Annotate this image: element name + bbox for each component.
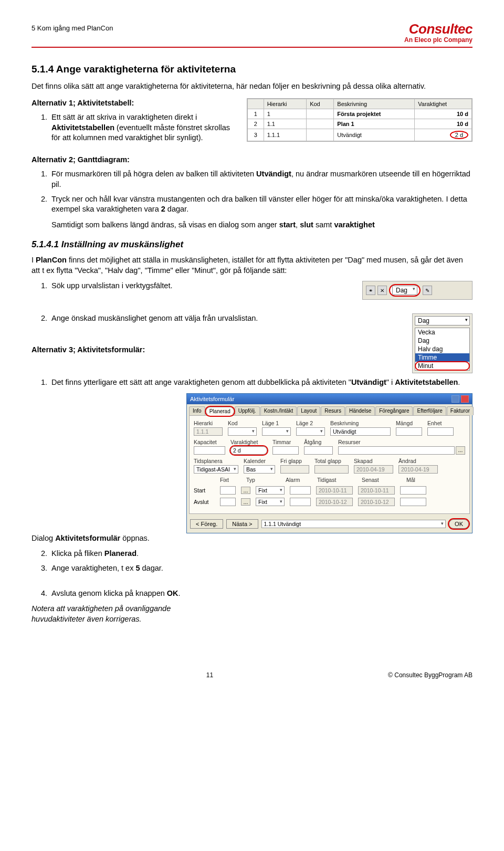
p2: I PlanCon finns det möjlighet att ställa…: [32, 255, 472, 276]
tab-info[interactable]: Info: [189, 406, 205, 415]
col-hierarki: Hierarki: [264, 99, 307, 109]
inp-avslut-mal[interactable]: [400, 498, 426, 506]
browse-button[interactable]: ...: [241, 487, 250, 494]
inp-tidsplanera[interactable]: Tidigast-ASAI: [194, 465, 238, 474]
page-number: 11: [206, 671, 213, 679]
lbl-varaktighet: Varaktighet: [230, 439, 267, 445]
ok-button-highlighted[interactable]: OK: [449, 519, 469, 529]
dialog-step3: Ange varaktigheten, t ex 5 dagar.: [49, 563, 194, 574]
inp-kalender[interactable]: Bas: [244, 465, 275, 474]
browse-button[interactable]: ...: [456, 446, 465, 455]
inp-avslut-typ[interactable]: Fixt: [256, 498, 285, 506]
dialog-step4: Avsluta genom klicka på knappen OK.: [49, 589, 194, 599]
lbl-tidigast: Tidigast: [317, 477, 356, 483]
inp-totalglapp: [314, 465, 349, 474]
close-icon[interactable]: [461, 395, 469, 403]
dd-opt[interactable]: Dag: [415, 337, 469, 345]
inp-start-senast: 2010-10-11: [358, 486, 395, 495]
dd-opt-highlighted[interactable]: Timme: [415, 353, 469, 362]
page-header: 5 Kom igång med PlanCon Consultec An Ele…: [32, 21, 472, 48]
dialog-opens: Dialog Aktivitetsformulär öppnas.: [32, 533, 194, 544]
inp-atgang[interactable]: [304, 446, 333, 455]
inp-mangd[interactable]: [396, 427, 422, 436]
dialog-tabs: Info Planerad Uppfölj. Kostn./Intäkt Lay…: [187, 404, 472, 415]
lbl-tidsplanera: Tidsplanera: [194, 458, 238, 464]
dd-opt-circled[interactable]: Minut: [415, 362, 469, 370]
screenshot-dialog-aktivitetsformular: Aktivitetsformulär Info Planerad Uppfölj…: [186, 393, 472, 533]
logo: Consultec An Eleco plc Company: [404, 21, 472, 44]
dialog-step2: Klicka på fliken Planerad.: [49, 549, 194, 559]
sensitivity-select-highlighted[interactable]: Dag: [389, 284, 421, 297]
nav-select[interactable]: 1.1.1 Utvändigt: [261, 520, 446, 528]
lbl-typ: Typ: [246, 477, 280, 483]
lbl-lage2: Läge 2: [296, 420, 325, 426]
inp-lage1[interactable]: [262, 427, 291, 436]
tab-efterfoljare[interactable]: Efterföljare: [413, 406, 446, 415]
lbl-atgang: Åtgång: [304, 439, 333, 445]
prev-button[interactable]: < Föreg.: [190, 519, 223, 529]
lbl-timmar: Timmar: [272, 439, 299, 445]
screenshot-dropdown: Dag Vecka Dag Halv dag Timme Minut: [412, 313, 472, 373]
tab-uppfolj[interactable]: Uppfölj.: [235, 406, 260, 415]
inp-timmar[interactable]: [272, 446, 299, 455]
header-left: 5 Kom igång med PlanCon: [32, 21, 113, 32]
tab-planerad-highlighted[interactable]: Planerad: [206, 407, 234, 416]
inp-kapacitet[interactable]: [194, 446, 225, 455]
tab-foregangare[interactable]: Föregångare: [375, 406, 413, 415]
tab-layout[interactable]: Layout: [297, 406, 320, 415]
lbl-mal: Mål: [406, 477, 435, 483]
lbl-alarm: Alarm: [286, 477, 312, 483]
dialog-title: Aktivitetsformulär: [190, 396, 234, 402]
inp-start-fixt[interactable]: [220, 486, 236, 495]
dd-opt[interactable]: Halv dag: [415, 345, 469, 353]
alt2-para: Samtidigt som balkens längd ändras, så v…: [51, 220, 472, 230]
inp-kod[interactable]: [228, 427, 257, 436]
lbl-fixt: Fixt: [220, 477, 241, 483]
alt2-item1: För musmarkören till på högra delen av b…: [49, 169, 472, 190]
inp-avslut-tidigast: 2010-10-12: [316, 498, 353, 506]
lbl-beskrivning: Beskrivning: [330, 420, 391, 426]
inp-hierarki: 1.1.1: [194, 427, 223, 436]
table-row: 1 1 Första projektet 10 d: [248, 109, 472, 119]
inp-avslut-alarm[interactable]: [290, 498, 311, 506]
intro-para: Det finns olika sätt att ange varaktighe…: [32, 81, 472, 92]
dd-selected[interactable]: Dag: [415, 316, 470, 325]
tab-kostn[interactable]: Kostn./Intäkt: [260, 406, 297, 415]
inp-friglapp: [280, 465, 309, 474]
inp-avslut-fixt[interactable]: [220, 498, 236, 506]
inp-start-typ[interactable]: Fixt: [256, 486, 285, 495]
alt2-item2: Tryck ner och håll kvar vänstra mustange…: [49, 194, 472, 230]
table-row: 2 1.1 Plan 1 10 d: [248, 119, 472, 129]
row-start-label: Start: [194, 487, 215, 493]
note: Notera att varaktigheten på ovanliggande…: [32, 604, 194, 624]
screenshot-toolbar: ⚭ ✕ Dag ✎: [362, 281, 472, 300]
inp-beskrivning[interactable]: Utvändigt: [330, 427, 391, 436]
inp-start-tidigast: 2010-10-11: [316, 486, 353, 495]
lbl-friglapp: Fri glapp: [280, 458, 309, 464]
inp-start-mal[interactable]: [400, 486, 426, 495]
lbl-skapad: Skapad: [354, 458, 393, 464]
inp-start-alarm[interactable]: [290, 486, 311, 495]
copyright: © Consultec ByggProgram AB: [388, 671, 472, 679]
col-varaktighet: Varaktighet: [415, 99, 472, 109]
inp-resurser[interactable]: [338, 446, 455, 455]
inp-enhet[interactable]: [427, 427, 454, 436]
lbl-andrad: Ändrad: [398, 458, 438, 464]
help-icon[interactable]: [452, 395, 459, 403]
row-avslut-label: Avslut: [194, 499, 215, 505]
tab-handelse[interactable]: Händelse: [345, 406, 375, 415]
browse-button[interactable]: ...: [241, 498, 250, 506]
lbl-totalglapp: Total glapp: [314, 458, 349, 464]
lbl-enhet: Enhet: [427, 420, 454, 426]
lbl-lage1: Läge 1: [262, 420, 291, 426]
tab-fakturor[interactable]: Fakturor: [447, 406, 474, 415]
tab-resurs[interactable]: Resurs: [321, 406, 345, 415]
inp-varaktighet-highlighted[interactable]: 2 d: [230, 446, 267, 455]
table-row: 3 1.1.1 Utvändigt 2 d: [248, 129, 472, 141]
next-button[interactable]: Nästa >: [226, 519, 258, 529]
dd-opt[interactable]: Vecka: [415, 328, 469, 337]
inp-skapad: 2010-04-19: [354, 465, 393, 474]
inp-lage2[interactable]: [296, 427, 325, 436]
section-heading: 5.1.4 Ange varaktigheterna för aktivitet…: [32, 64, 472, 75]
lbl-mangd: Mängd: [396, 420, 422, 426]
